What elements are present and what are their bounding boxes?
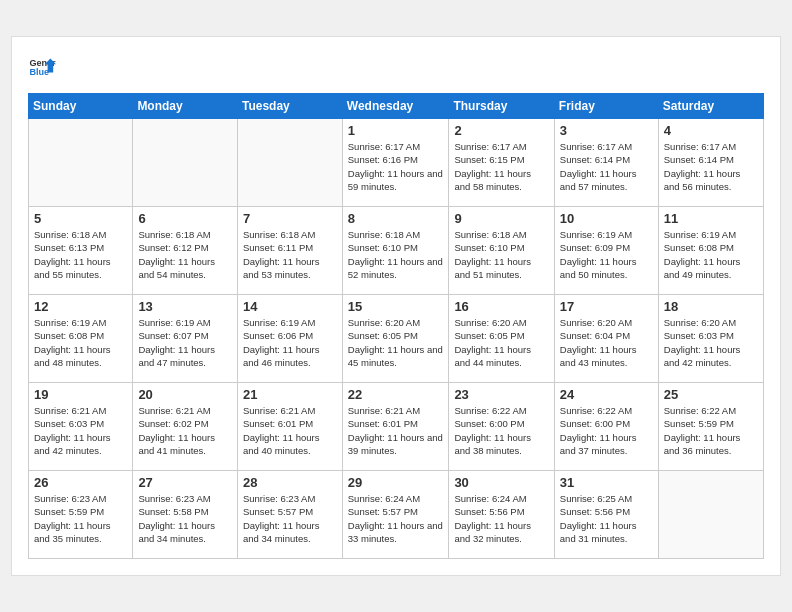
day-number: 26 [34, 475, 127, 490]
day-number: 11 [664, 211, 758, 226]
day-number: 16 [454, 299, 548, 314]
day-info: Sunrise: 6:21 AM Sunset: 6:02 PM Dayligh… [138, 404, 232, 457]
calendar-cell [658, 471, 763, 559]
day-header-friday: Friday [554, 94, 658, 119]
day-number: 27 [138, 475, 232, 490]
calendar-week-row: 12Sunrise: 6:19 AM Sunset: 6:08 PM Dayli… [29, 295, 764, 383]
day-number: 10 [560, 211, 653, 226]
day-number: 24 [560, 387, 653, 402]
day-info: Sunrise: 6:21 AM Sunset: 6:03 PM Dayligh… [34, 404, 127, 457]
day-number: 3 [560, 123, 653, 138]
day-header-saturday: Saturday [658, 94, 763, 119]
day-number: 18 [664, 299, 758, 314]
logo: General Blue [28, 53, 56, 81]
calendar-container: General Blue SundayMondayTuesdayWednesda… [11, 36, 781, 576]
calendar-cell: 29Sunrise: 6:24 AM Sunset: 5:57 PM Dayli… [342, 471, 449, 559]
day-number: 31 [560, 475, 653, 490]
day-number: 4 [664, 123, 758, 138]
calendar-cell: 15Sunrise: 6:20 AM Sunset: 6:05 PM Dayli… [342, 295, 449, 383]
calendar-cell [29, 119, 133, 207]
day-number: 20 [138, 387, 232, 402]
day-number: 28 [243, 475, 337, 490]
calendar-cell: 5Sunrise: 6:18 AM Sunset: 6:13 PM Daylig… [29, 207, 133, 295]
day-number: 8 [348, 211, 444, 226]
calendar-cell: 22Sunrise: 6:21 AM Sunset: 6:01 PM Dayli… [342, 383, 449, 471]
calendar-cell [237, 119, 342, 207]
day-number: 19 [34, 387, 127, 402]
calendar-cell: 1Sunrise: 6:17 AM Sunset: 6:16 PM Daylig… [342, 119, 449, 207]
day-info: Sunrise: 6:19 AM Sunset: 6:06 PM Dayligh… [243, 316, 337, 369]
calendar-cell: 21Sunrise: 6:21 AM Sunset: 6:01 PM Dayli… [237, 383, 342, 471]
day-info: Sunrise: 6:24 AM Sunset: 5:56 PM Dayligh… [454, 492, 548, 545]
calendar-cell: 7Sunrise: 6:18 AM Sunset: 6:11 PM Daylig… [237, 207, 342, 295]
calendar-cell: 6Sunrise: 6:18 AM Sunset: 6:12 PM Daylig… [133, 207, 238, 295]
day-number: 15 [348, 299, 444, 314]
day-info: Sunrise: 6:19 AM Sunset: 6:09 PM Dayligh… [560, 228, 653, 281]
day-info: Sunrise: 6:23 AM Sunset: 5:59 PM Dayligh… [34, 492, 127, 545]
calendar-week-row: 26Sunrise: 6:23 AM Sunset: 5:59 PM Dayli… [29, 471, 764, 559]
calendar-grid: SundayMondayTuesdayWednesdayThursdayFrid… [28, 93, 764, 559]
day-info: Sunrise: 6:19 AM Sunset: 6:08 PM Dayligh… [34, 316, 127, 369]
calendar-cell: 28Sunrise: 6:23 AM Sunset: 5:57 PM Dayli… [237, 471, 342, 559]
day-number: 9 [454, 211, 548, 226]
day-header-monday: Monday [133, 94, 238, 119]
day-info: Sunrise: 6:21 AM Sunset: 6:01 PM Dayligh… [348, 404, 444, 457]
day-number: 17 [560, 299, 653, 314]
day-info: Sunrise: 6:22 AM Sunset: 6:00 PM Dayligh… [454, 404, 548, 457]
calendar-week-row: 5Sunrise: 6:18 AM Sunset: 6:13 PM Daylig… [29, 207, 764, 295]
calendar-cell: 23Sunrise: 6:22 AM Sunset: 6:00 PM Dayli… [449, 383, 554, 471]
day-info: Sunrise: 6:18 AM Sunset: 6:11 PM Dayligh… [243, 228, 337, 281]
calendar-cell: 16Sunrise: 6:20 AM Sunset: 6:05 PM Dayli… [449, 295, 554, 383]
day-info: Sunrise: 6:25 AM Sunset: 5:56 PM Dayligh… [560, 492, 653, 545]
day-number: 12 [34, 299, 127, 314]
calendar-cell: 12Sunrise: 6:19 AM Sunset: 6:08 PM Dayli… [29, 295, 133, 383]
day-number: 13 [138, 299, 232, 314]
calendar-cell: 18Sunrise: 6:20 AM Sunset: 6:03 PM Dayli… [658, 295, 763, 383]
day-info: Sunrise: 6:22 AM Sunset: 5:59 PM Dayligh… [664, 404, 758, 457]
day-number: 2 [454, 123, 548, 138]
calendar-cell: 26Sunrise: 6:23 AM Sunset: 5:59 PM Dayli… [29, 471, 133, 559]
calendar-cell: 19Sunrise: 6:21 AM Sunset: 6:03 PM Dayli… [29, 383, 133, 471]
day-number: 6 [138, 211, 232, 226]
day-info: Sunrise: 6:23 AM Sunset: 5:58 PM Dayligh… [138, 492, 232, 545]
day-info: Sunrise: 6:18 AM Sunset: 6:10 PM Dayligh… [348, 228, 444, 281]
calendar-week-row: 1Sunrise: 6:17 AM Sunset: 6:16 PM Daylig… [29, 119, 764, 207]
day-header-tuesday: Tuesday [237, 94, 342, 119]
day-number: 30 [454, 475, 548, 490]
day-info: Sunrise: 6:18 AM Sunset: 6:12 PM Dayligh… [138, 228, 232, 281]
svg-text:Blue: Blue [29, 67, 49, 77]
day-info: Sunrise: 6:20 AM Sunset: 6:05 PM Dayligh… [348, 316, 444, 369]
day-info: Sunrise: 6:19 AM Sunset: 6:08 PM Dayligh… [664, 228, 758, 281]
day-info: Sunrise: 6:18 AM Sunset: 6:10 PM Dayligh… [454, 228, 548, 281]
calendar-cell: 31Sunrise: 6:25 AM Sunset: 5:56 PM Dayli… [554, 471, 658, 559]
day-info: Sunrise: 6:22 AM Sunset: 6:00 PM Dayligh… [560, 404, 653, 457]
calendar-cell: 11Sunrise: 6:19 AM Sunset: 6:08 PM Dayli… [658, 207, 763, 295]
day-info: Sunrise: 6:17 AM Sunset: 6:14 PM Dayligh… [560, 140, 653, 193]
day-header-thursday: Thursday [449, 94, 554, 119]
day-number: 29 [348, 475, 444, 490]
day-number: 14 [243, 299, 337, 314]
calendar-cell: 2Sunrise: 6:17 AM Sunset: 6:15 PM Daylig… [449, 119, 554, 207]
day-number: 1 [348, 123, 444, 138]
logo-icon: General Blue [28, 53, 56, 81]
calendar-cell: 14Sunrise: 6:19 AM Sunset: 6:06 PM Dayli… [237, 295, 342, 383]
day-number: 5 [34, 211, 127, 226]
day-info: Sunrise: 6:17 AM Sunset: 6:16 PM Dayligh… [348, 140, 444, 193]
calendar-cell: 3Sunrise: 6:17 AM Sunset: 6:14 PM Daylig… [554, 119, 658, 207]
calendar-week-row: 19Sunrise: 6:21 AM Sunset: 6:03 PM Dayli… [29, 383, 764, 471]
day-info: Sunrise: 6:21 AM Sunset: 6:01 PM Dayligh… [243, 404, 337, 457]
day-info: Sunrise: 6:17 AM Sunset: 6:14 PM Dayligh… [664, 140, 758, 193]
calendar-cell: 10Sunrise: 6:19 AM Sunset: 6:09 PM Dayli… [554, 207, 658, 295]
calendar-cell: 13Sunrise: 6:19 AM Sunset: 6:07 PM Dayli… [133, 295, 238, 383]
day-number: 7 [243, 211, 337, 226]
day-header-wednesday: Wednesday [342, 94, 449, 119]
day-number: 21 [243, 387, 337, 402]
calendar-cell [133, 119, 238, 207]
calendar-cell: 9Sunrise: 6:18 AM Sunset: 6:10 PM Daylig… [449, 207, 554, 295]
calendar-cell: 30Sunrise: 6:24 AM Sunset: 5:56 PM Dayli… [449, 471, 554, 559]
day-number: 25 [664, 387, 758, 402]
header: General Blue [28, 53, 764, 81]
calendar-header-row: SundayMondayTuesdayWednesdayThursdayFrid… [29, 94, 764, 119]
day-info: Sunrise: 6:24 AM Sunset: 5:57 PM Dayligh… [348, 492, 444, 545]
calendar-cell: 4Sunrise: 6:17 AM Sunset: 6:14 PM Daylig… [658, 119, 763, 207]
